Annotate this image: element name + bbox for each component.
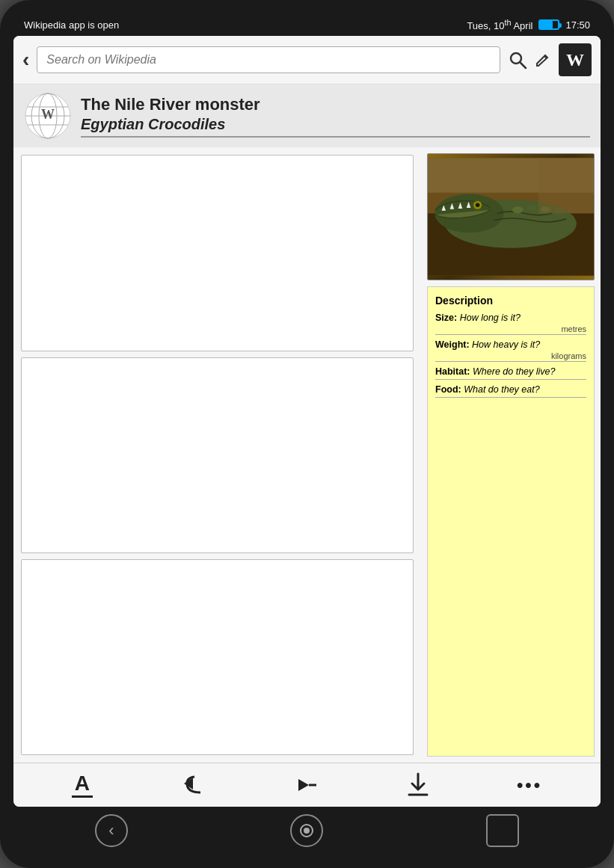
device-frame: Wikipedia app is open Tues, 10th April 1… bbox=[0, 0, 614, 868]
bottom-toolbar: A ••• bbox=[13, 763, 601, 807]
nav-bar: ‹ bbox=[13, 807, 601, 855]
size-question: How long is it? bbox=[460, 313, 521, 323]
habitat-question: Where do they live? bbox=[473, 366, 555, 377]
weight-row: Weight: How heavy is it? kilograms bbox=[435, 339, 586, 362]
date-display: Tues, 10th April bbox=[467, 18, 532, 31]
svg-line-1 bbox=[521, 63, 526, 68]
time-display: 17:50 bbox=[565, 19, 590, 31]
weight-line: kilograms bbox=[435, 351, 586, 362]
svg-point-19 bbox=[512, 206, 524, 213]
size-unit: metres bbox=[561, 324, 586, 333]
svg-point-0 bbox=[511, 53, 521, 64]
description-heading: Description bbox=[435, 295, 586, 307]
svg-rect-24 bbox=[538, 158, 594, 214]
screen: ‹ W bbox=[13, 36, 601, 807]
status-bar: Wikipedia app is open Tues, 10th April 1… bbox=[13, 13, 601, 36]
svg-text:W: W bbox=[41, 107, 55, 122]
weight-unit: kilograms bbox=[551, 351, 586, 360]
app-label: Wikipedia app is open bbox=[24, 19, 119, 31]
left-column bbox=[13, 147, 421, 763]
undo-button[interactable] bbox=[179, 773, 206, 797]
habitat-label: Habitat: bbox=[435, 366, 470, 377]
text-block-2 bbox=[21, 357, 414, 553]
svg-point-18 bbox=[476, 203, 480, 208]
battery-icon bbox=[538, 19, 559, 30]
right-column: Description Size: How long is it? metres… bbox=[421, 147, 601, 763]
svg-point-31 bbox=[304, 828, 310, 834]
battery-fill bbox=[540, 21, 553, 28]
crocodile-image bbox=[427, 153, 595, 280]
text-block-1 bbox=[21, 155, 414, 351]
size-label: Size: bbox=[435, 313, 457, 323]
nav-home-button[interactable] bbox=[290, 814, 323, 847]
search-icon[interactable] bbox=[508, 50, 527, 70]
search-input[interactable] bbox=[37, 46, 500, 73]
food-question: What do they eat? bbox=[464, 384, 539, 395]
more-button[interactable]: ••• bbox=[517, 775, 542, 795]
food-line bbox=[435, 396, 586, 398]
habitat-row: Habitat: Where do they live? bbox=[435, 366, 586, 380]
nav-square-button[interactable] bbox=[486, 814, 519, 847]
nav-back-button[interactable]: ‹ bbox=[95, 814, 128, 847]
size-line: metres bbox=[435, 324, 586, 335]
article-titles: The Nile River monster Egyptian Crocodil… bbox=[81, 95, 590, 138]
status-right: Tues, 10th April 17:50 bbox=[467, 18, 590, 31]
food-row: Food: What do they eat? bbox=[435, 384, 586, 398]
article-header: W The Nile River monster Egyptian Crocod… bbox=[13, 84, 601, 147]
text-format-button[interactable]: A bbox=[72, 773, 93, 798]
size-row: Size: How long is it? metres bbox=[435, 313, 586, 335]
svg-marker-26 bbox=[298, 779, 309, 791]
wiki-globe-icon: W bbox=[24, 92, 72, 140]
download-button[interactable] bbox=[406, 772, 430, 798]
article-body: Description Size: How long is it? metres… bbox=[13, 147, 601, 763]
toolbar: ‹ W bbox=[13, 36, 601, 84]
wikipedia-logo[interactable]: W bbox=[559, 43, 592, 76]
back-button[interactable]: ‹ bbox=[22, 49, 29, 70]
redo-button[interactable] bbox=[292, 773, 319, 797]
svg-point-20 bbox=[526, 206, 536, 211]
article-subtitle: Egyptian Crocodiles bbox=[81, 116, 590, 138]
food-label: Food: bbox=[435, 384, 461, 395]
weight-label: Weight: bbox=[435, 339, 470, 350]
text-block-3 bbox=[21, 559, 414, 755]
weight-question: How heavy is it? bbox=[472, 339, 540, 350]
article-title: The Nile River monster bbox=[81, 95, 590, 114]
description-box: Description Size: How long is it? metres… bbox=[427, 286, 595, 757]
edit-icon[interactable] bbox=[535, 52, 551, 68]
habitat-line bbox=[435, 378, 586, 380]
date-superscript: th bbox=[505, 18, 512, 27]
